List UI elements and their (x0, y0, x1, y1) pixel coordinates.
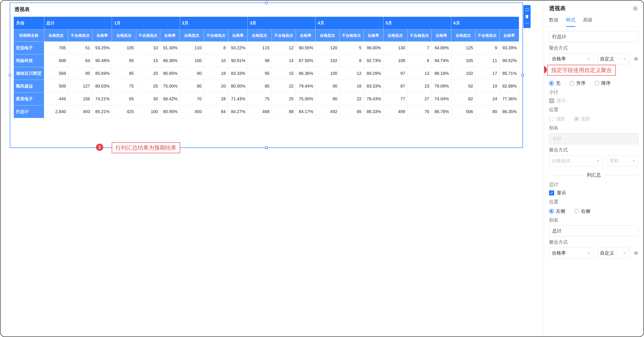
note-icon[interactable] (524, 14, 530, 19)
svg-point-1 (526, 23, 527, 24)
annotation-box-1: 指定字段使用自定义聚合 (547, 65, 616, 76)
metric-header: 合格批次 (248, 30, 272, 42)
pivot-widget[interactable]: 透视表 月份总计1月2月3月4月5月6月 经销商名称合格批次不合格批次合格率合格… (10, 3, 523, 148)
radio-sort-none[interactable]: 无 (549, 80, 560, 87)
resize-handle-right[interactable] (522, 74, 524, 77)
col-alias-input[interactable] (549, 225, 638, 236)
agg-method-select[interactable]: 自定义 (597, 53, 629, 64)
resize-handle-bottom[interactable] (265, 146, 268, 149)
radio-subtotal-top[interactable]: 顶部 (549, 116, 565, 122)
widget-title: 透视表 (14, 6, 519, 13)
col-month-4: 4月 (316, 17, 383, 30)
row-label: 星辰电子 (14, 93, 44, 105)
agg-field-select[interactable]: 合格率 (549, 53, 594, 64)
radio-sort-asc[interactable]: 升序 (570, 80, 586, 87)
radio-subtotal-bottom[interactable]: 底部 (574, 116, 590, 122)
agg3-label: 聚合方式 (549, 239, 638, 245)
col-month-5: 5月 (384, 17, 451, 30)
widget-action-bar (523, 5, 530, 28)
col-total-label: 总计 (549, 181, 638, 188)
subtotal-alias-label: 别名 (549, 125, 638, 131)
metric-header: 合格率 (160, 30, 180, 42)
gear-icon[interactable] (633, 250, 638, 256)
metric-header: 不合格批次 (272, 30, 296, 42)
metric-header: 不合格批次 (475, 30, 499, 42)
radio-col-left[interactable]: 左侧 (549, 208, 565, 214)
agg3-field-select[interactable]: 合格率 (549, 247, 594, 259)
resize-handle-top[interactable] (265, 2, 268, 4)
row-label: 宏远电子 (14, 42, 44, 54)
subtotal-label: 小计 (549, 89, 638, 95)
table-row: 明扬科技6086490.48%951586.36%1001090.91%9814… (14, 54, 519, 67)
col-month-6: 6月 (451, 17, 519, 30)
tab-advanced[interactable]: 高级 (583, 14, 592, 27)
svg-point-0 (526, 23, 526, 24)
chevron-down-icon (587, 57, 591, 61)
table-row: 星辰电子44915674.21%653068.42%702871.43%7525… (14, 93, 519, 105)
annotation-badge-2: 2 (96, 144, 103, 151)
col-month-2: 2月 (180, 17, 248, 30)
chevron-down-icon (622, 57, 626, 61)
resize-handle-left[interactable] (9, 74, 11, 77)
metric-header: 合格率 (364, 30, 383, 42)
tab-data[interactable]: 数据 (549, 14, 558, 27)
agg-method-label: 聚合方式 (549, 45, 638, 51)
metric-header: 合格率 (296, 30, 316, 42)
col-total-label: 总计 (44, 17, 112, 30)
col-summary-divider: 列汇总 (549, 172, 638, 178)
table-row: 顺风速运50912780.03%752575.00%802080.00%8522… (14, 80, 519, 93)
radio-col-right[interactable]: 右侧 (574, 208, 590, 214)
metric-header: 合格批次 (180, 30, 204, 42)
annotation-badge-1: 1 (544, 66, 547, 73)
row-label: 海纳百川商贸 (14, 67, 44, 80)
chevron-down-icon (596, 159, 600, 163)
subtotal-alias-input (549, 133, 638, 144)
row-total: 行总计2,84049385.21%42510080.95%4508484.27%… (14, 105, 519, 118)
metric-header: 合格率 (499, 30, 519, 42)
col-month-3: 3月 (248, 17, 316, 30)
checkbox-col-total-show[interactable]: 显示 (549, 190, 638, 196)
agg2-method-select: 求和 (606, 155, 638, 166)
gear-icon[interactable] (633, 56, 638, 62)
annotation-box-2: 行列汇总结果为预期结果 (112, 142, 180, 153)
agg2-field-select: 合格批次 (549, 155, 603, 166)
table-row: 宏远电子7055193.25%1051091.30%110893.22%1151… (14, 42, 519, 54)
canvas-area[interactable]: 透视表 月份总计1月2月3月4月5月6月 经销商名称合格批次不合格批次合格率合格… (0, 1, 544, 336)
row-header-label: 经销商名称 (14, 30, 44, 42)
col-position-label: 位置 (549, 199, 638, 205)
metric-header: 不合格批次 (68, 30, 92, 42)
metric-header: 合格批次 (451, 30, 475, 42)
expand-icon[interactable] (524, 7, 530, 12)
metric-header: 合格批次 (112, 30, 136, 42)
metric-header: 合格率 (228, 30, 248, 42)
col-month-1: 1月 (112, 17, 180, 30)
radio-sort-desc[interactable]: 降序 (594, 80, 611, 87)
tab-style[interactable]: 样式 (566, 14, 576, 27)
panel-tabs: 数据 样式 高级 (544, 14, 644, 27)
agg2-label: 聚合方式 (549, 147, 638, 153)
metric-header: 合格率 (92, 30, 112, 42)
metric-header: 合格率 (432, 30, 451, 42)
metric-header: 不合格批次 (204, 30, 228, 42)
agg3-method-select[interactable]: 自定义 (597, 247, 629, 259)
panel-title: 透视表 (549, 5, 566, 12)
panel-menu-icon[interactable] (632, 5, 638, 12)
table-row: 海纳百川商贸5699585.69%852080.95%901883.33%951… (14, 67, 519, 80)
metric-header: 不合格批次 (408, 30, 432, 42)
chevron-down-icon (622, 251, 626, 255)
more-icon[interactable] (524, 21, 530, 26)
row-label: 行总计 (14, 105, 44, 118)
metric-header: 合格批次 (44, 30, 68, 42)
row-label: 顺风速运 (14, 80, 44, 93)
row-total-name-input[interactable] (549, 31, 638, 42)
row-label: 明扬科技 (14, 54, 44, 67)
metric-header: 合格批次 (316, 30, 340, 42)
metric-header: 不合格批次 (340, 30, 364, 42)
subtotal-position-label: 位置 (549, 107, 638, 113)
metric-header: 合格批次 (384, 30, 408, 42)
metric-header: 不合格批次 (136, 30, 160, 42)
chevron-down-icon (632, 159, 636, 163)
col-alias-label: 别名 (549, 217, 638, 223)
pivot-table: 月份总计1月2月3月4月5月6月 经销商名称合格批次不合格批次合格率合格批次不合… (14, 17, 519, 118)
checkbox-subtotal-show[interactable]: 显示 (549, 98, 638, 104)
